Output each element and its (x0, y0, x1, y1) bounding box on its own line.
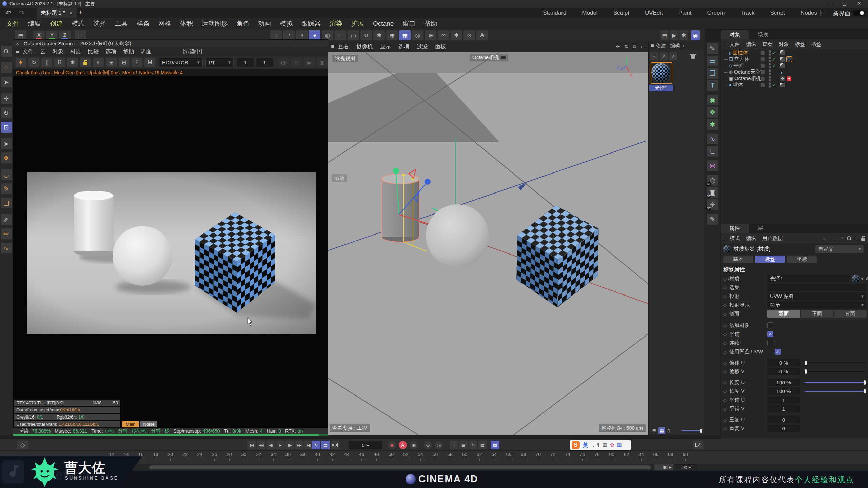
metaball-icon[interactable]: ❖ (707, 107, 718, 118)
viewport-menu-options[interactable]: 选项 (395, 43, 413, 50)
subtab-coordinates[interactable]: 坐标 (787, 256, 817, 263)
enabled-check-icon[interactable]: ✓ (772, 82, 776, 88)
hamburger-icon[interactable]: ≡ (723, 41, 727, 48)
y-axis-lock-button[interactable]: Y (46, 30, 58, 40)
workspace-uvedit[interactable]: UVEdit (645, 9, 663, 16)
trash-icon[interactable] (689, 52, 697, 60)
visibility-dots[interactable] (769, 56, 771, 62)
restart-render-icon[interactable]: ↻ (28, 58, 39, 67)
skin-icon[interactable]: ✿ (610, 442, 614, 448)
render-settings-icon[interactable]: ✱ (679, 30, 688, 40)
display-tag-icon[interactable] (780, 57, 785, 62)
pause-render-icon[interactable]: ∥ (41, 58, 52, 67)
object-octane-camera[interactable]: ─▣Octane相机✛ (721, 75, 868, 82)
subtab-tag[interactable]: 标签 (755, 256, 785, 263)
object-name[interactable]: Octane天空 (734, 69, 761, 75)
fcurve-icon[interactable] (693, 441, 703, 449)
close-tab-icon[interactable]: × (69, 9, 73, 16)
material-menu-edit[interactable]: 编辑 (668, 43, 682, 49)
lock-resolution-icon[interactable] (80, 58, 91, 67)
octane-close-icon[interactable]: × (16, 41, 19, 46)
workspace-nodes[interactable]: Nodes (801, 9, 817, 16)
multi-axis-tool-icon[interactable]: ❖ (1, 152, 12, 163)
attr-menu-userdata[interactable]: 用户数据 (759, 235, 786, 242)
seamless-checkbox[interactable] (767, 340, 773, 346)
cube-primitive-icon[interactable]: ❒ (707, 68, 718, 79)
menu-mesh[interactable]: 网格 (154, 19, 176, 28)
polygon-mode-icon[interactable]: ◑ (296, 30, 308, 40)
menu-select[interactable]: 选择 (89, 19, 111, 28)
menu-render[interactable]: 渲染 (325, 19, 347, 28)
spline-pen-icon[interactable]: ✎ (1, 183, 12, 194)
tweak-tool-icon[interactable]: ➤ (1, 77, 12, 87)
undo-icon[interactable]: ↶ (5, 9, 11, 17)
history-back-icon[interactable]: ← (822, 235, 828, 242)
close-window-icon[interactable]: ✕ (857, 1, 861, 6)
octane-menu-compare[interactable]: 比较 (84, 48, 102, 55)
octane-light-icon[interactable]: ☀ST (707, 199, 718, 210)
display-slider[interactable] (682, 430, 701, 431)
side-both-button[interactable]: 双面 (767, 310, 800, 318)
offset-v-slider[interactable] (805, 371, 866, 372)
workspace-paint[interactable]: Paint (678, 9, 692, 16)
prev-frame-button[interactable]: ◀▮ (266, 441, 275, 449)
rotate-tool-icon[interactable]: ↻ (1, 107, 12, 118)
tab-attributes[interactable]: 属性 (721, 224, 749, 233)
page-view-icon[interactable]: ▯ (667, 428, 670, 433)
menu-edit[interactable]: 编辑 (24, 19, 45, 28)
x-axis-lock-button[interactable]: X (33, 30, 45, 40)
viewport-menu-panel[interactable]: 面板 (431, 43, 450, 50)
save-material-icon[interactable]: ↗ (669, 52, 677, 60)
brush-tool-icon[interactable]: ✐ (1, 214, 12, 225)
om-menu-edit[interactable]: 编辑 (743, 41, 759, 48)
grid-view-icon[interactable]: ▦ (658, 427, 665, 434)
selection-field[interactable] (767, 284, 866, 291)
side-back-button[interactable]: 背面 (834, 310, 867, 318)
autokey-icon[interactable]: A (399, 441, 407, 449)
menu-mode[interactable]: 模式 (67, 19, 89, 28)
spline-pen-create-icon[interactable]: ✎ (707, 43, 718, 54)
visibility-dots[interactable] (769, 76, 771, 82)
menu-spline[interactable]: 样条 (132, 19, 154, 28)
hex-o-icon[interactable]: ⊙ (463, 30, 475, 40)
menu-file[interactable]: 文件 (2, 19, 24, 28)
parent-icon[interactable]: ↑ (841, 235, 844, 242)
subtab-basic[interactable]: 基本 (723, 256, 753, 263)
generator-gear-icon[interactable]: ✱ (707, 119, 718, 130)
quantize-icon[interactable]: ▦ (399, 30, 411, 40)
model-mode-icon[interactable]: ◕ (309, 30, 320, 40)
points-mode-icon[interactable]: ◌ (270, 30, 282, 40)
enabled-check-icon[interactable]: ✓ (772, 63, 776, 68)
axis-field-icon[interactable]: ∟ (707, 146, 718, 157)
menu-character[interactable]: 角色 (232, 19, 254, 28)
isolate-icon[interactable]: ◎ (412, 30, 423, 40)
attr-menu-mode[interactable]: 模式 (727, 235, 743, 242)
material-picker-icon[interactable]: M (144, 58, 155, 67)
hamburger-icon[interactable]: ≡ (723, 235, 727, 242)
layer-chip[interactable] (761, 51, 765, 55)
spline-rect-icon[interactable]: ▭ (707, 56, 718, 66)
subsample-field-1[interactable]: 1 (237, 58, 254, 67)
tab-takes[interactable]: 场次 (749, 30, 777, 39)
octane-menu-objects[interactable]: 对象 (49, 48, 67, 55)
visibility-dots[interactable] (769, 63, 771, 69)
keyframe-selection-icon[interactable]: ◉ (410, 441, 418, 449)
record-keyframe-icon[interactable]: ◆ (388, 441, 396, 449)
material-link-thumb[interactable] (852, 275, 860, 282)
next-key-button[interactable]: ▶▶ (295, 441, 303, 449)
snap-magnet-icon[interactable]: ∪ (360, 30, 372, 40)
object-name[interactable]: 立方体 (734, 56, 749, 62)
hamburger-icon[interactable]: ≡ (651, 43, 654, 49)
length-u-slider[interactable] (805, 382, 866, 383)
add-material-icon[interactable]: + (650, 52, 658, 60)
sound-icon[interactable] (331, 441, 339, 449)
layer-chip[interactable] (761, 57, 765, 61)
material-menu-create[interactable]: 创建 (654, 43, 668, 49)
document-tab[interactable]: 未标题 1 * × (37, 8, 77, 18)
layer-chip[interactable] (761, 77, 765, 81)
workspace-add-icon[interactable]: + (819, 9, 823, 16)
camera-label-chip[interactable]: Octane相机 (470, 54, 508, 61)
display-tag-icon[interactable] (780, 50, 785, 55)
keyframe-diamond-icon[interactable]: ◇ (17, 441, 28, 449)
material-tag-icon[interactable] (787, 57, 792, 62)
